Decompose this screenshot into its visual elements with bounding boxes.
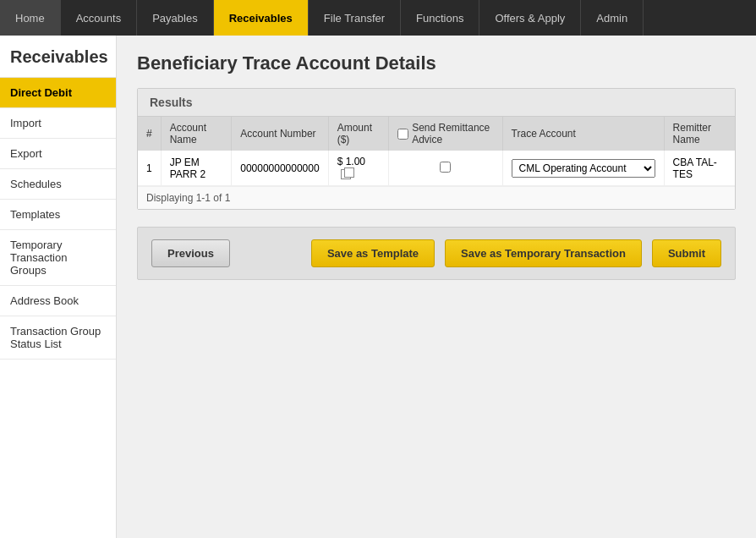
save-temporary-button[interactable]: Save as Temporary Transaction	[445, 239, 642, 267]
cell-account-number: 00000000000000	[232, 151, 328, 186]
nav-file-transfer[interactable]: File Transfer	[309, 0, 401, 36]
send-remittance-header-label: Send Remittance Advice	[412, 122, 493, 145]
nav-accounts[interactable]: Accounts	[61, 0, 137, 36]
col-header-num: #	[138, 117, 161, 151]
previous-button[interactable]: Previous	[151, 239, 230, 267]
col-header-trace-account: Trace Account	[502, 117, 664, 151]
submit-button[interactable]: Submit	[652, 239, 721, 267]
page-title: Beneficiary Trace Account Details	[137, 52, 736, 74]
cell-num: 1	[138, 151, 161, 186]
col-header-account-number: Account Number	[232, 117, 328, 151]
cell-amount: $ 1.00	[328, 151, 389, 186]
results-table: # Account Name Account Number Amount ($)…	[138, 117, 735, 186]
sidebar-item-transaction-group-status-list[interactable]: Transaction Group Status List	[0, 316, 116, 360]
results-panel: Results # Account Name Account Number Am…	[137, 88, 736, 210]
nav-functions[interactable]: Functions	[401, 0, 479, 36]
save-template-button[interactable]: Save as Template	[311, 239, 435, 267]
main-layout: Receivables Direct Debit Import Export S…	[0, 36, 756, 538]
cell-account-name: JP EM PARR 2	[161, 151, 232, 186]
action-bar: Previous Save as Template Save as Tempor…	[137, 227, 736, 280]
col-header-amount: Amount ($)	[328, 117, 389, 151]
sidebar-item-temporary-transaction-groups[interactable]: Temporary Transaction Groups	[0, 230, 116, 286]
displaying-info: Displaying 1-1 of 1	[138, 186, 735, 209]
sidebar-title: Receivables	[0, 36, 116, 78]
nav-receivables[interactable]: Receivables	[214, 0, 309, 36]
cell-send-remittance	[389, 151, 502, 186]
main-content: Beneficiary Trace Account Details Result…	[117, 36, 756, 538]
sidebar: Receivables Direct Debit Import Export S…	[0, 36, 117, 538]
sidebar-item-export[interactable]: Export	[0, 139, 116, 169]
sidebar-item-import[interactable]: Import	[0, 108, 116, 139]
sidebar-item-direct-debit[interactable]: Direct Debit	[0, 78, 116, 108]
copy-icon[interactable]	[341, 169, 351, 179]
table-header-row: # Account Name Account Number Amount ($)…	[138, 117, 735, 151]
nav-payables[interactable]: Payables	[137, 0, 213, 36]
col-header-send-remittance: Send Remittance Advice	[389, 117, 502, 151]
sidebar-item-templates[interactable]: Templates	[0, 200, 116, 230]
send-remittance-row-checkbox[interactable]	[440, 162, 451, 173]
nav-admin[interactable]: Admin	[581, 0, 644, 36]
cell-trace-account[interactable]: CML Operating Account	[502, 151, 664, 186]
table-row: 1 JP EM PARR 2 00000000000000 $ 1.00	[138, 151, 735, 186]
col-header-account-name: Account Name	[161, 117, 232, 151]
trace-account-select[interactable]: CML Operating Account	[512, 159, 655, 178]
results-header: Results	[138, 89, 735, 117]
nav-home[interactable]: Home	[0, 0, 61, 36]
cell-remitter-name: CBA TAL-TES	[664, 151, 735, 186]
top-nav: Home Accounts Payables Receivables File …	[0, 0, 756, 36]
sidebar-item-address-book[interactable]: Address Book	[0, 286, 116, 316]
send-remittance-all-checkbox[interactable]	[397, 129, 408, 140]
sidebar-item-schedules[interactable]: Schedules	[0, 169, 116, 200]
nav-offers-apply[interactable]: Offers & Apply	[479, 0, 581, 36]
col-header-remitter-name: Remitter Name	[664, 117, 735, 151]
